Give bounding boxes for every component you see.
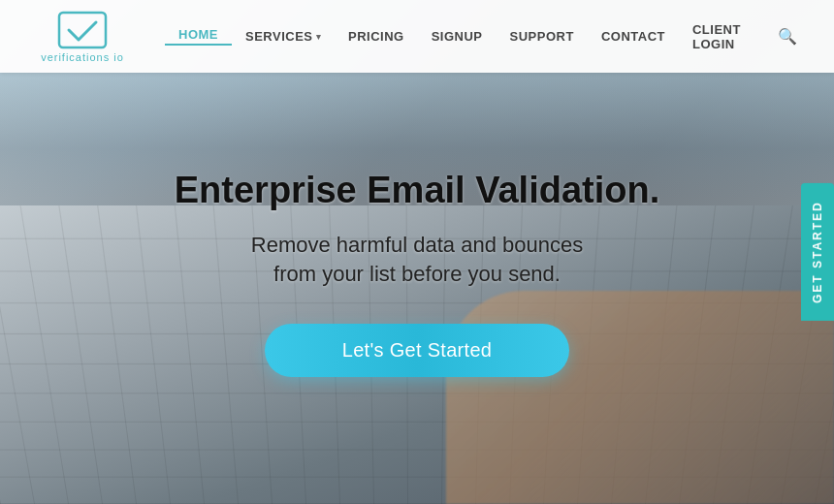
nav-support[interactable]: SUPPORT [497, 29, 588, 44]
logo-icon [57, 11, 108, 49]
search-icon[interactable]: 🔍 [770, 27, 805, 46]
get-started-tab[interactable]: GET STARTED [801, 183, 834, 321]
nav-home[interactable]: HOME [165, 27, 232, 46]
header: verifications io HOME SERVICES ▾ PRICING… [0, 0, 834, 73]
cta-get-started-button[interactable]: Let's Get Started [265, 324, 570, 377]
hero-content: Enterprise Email Validation. Remove harm… [0, 73, 834, 504]
main-nav: HOME SERVICES ▾ PRICING SIGNUP SUPPORT C… [165, 22, 805, 51]
nav-services[interactable]: SERVICES ▾ [232, 29, 335, 44]
logo-text: verifications io [41, 51, 124, 63]
nav-contact[interactable]: CONTACT [588, 29, 679, 44]
hero-subtitle: Remove harmful data and bounces from you… [251, 231, 583, 291]
hero-title: Enterprise Email Validation. [175, 171, 660, 211]
svg-rect-0 [59, 13, 106, 47]
chevron-down-icon: ▾ [316, 32, 322, 42]
logo-area[interactable]: verifications io [29, 11, 136, 63]
nav-pricing[interactable]: PRICING [335, 29, 418, 44]
nav-signup[interactable]: SIGNUP [418, 29, 497, 44]
nav-client-login[interactable]: CLIENT LOGIN [679, 22, 770, 51]
